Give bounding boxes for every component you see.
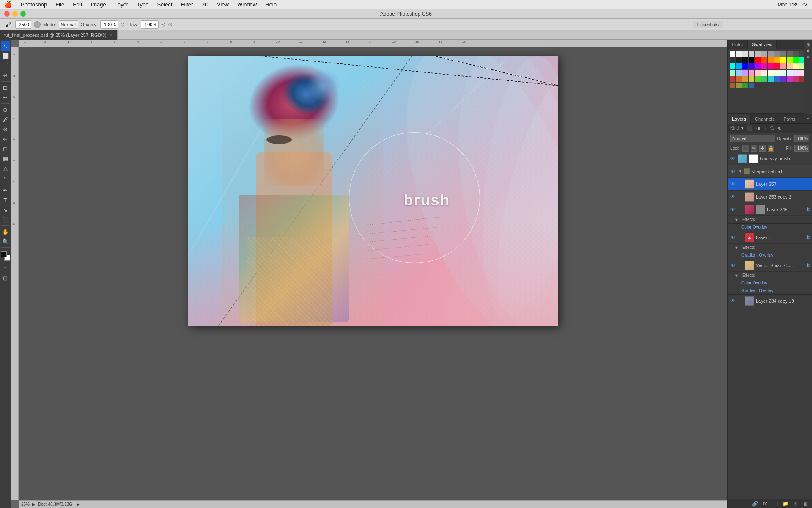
menu-type[interactable]: Type: [132, 1, 153, 8]
tab-close-button[interactable]: ✕: [109, 32, 113, 38]
move-tool[interactable]: ↖: [1, 41, 10, 51]
layer-visibility-toggle-3[interactable]: 👁: [730, 181, 736, 188]
layer-visibility-toggle-7[interactable]: 👁: [730, 262, 736, 269]
eraser-tool[interactable]: ◻: [1, 144, 10, 153]
swatch-item[interactable]: [768, 51, 774, 57]
menu-edit[interactable]: Edit: [69, 1, 86, 8]
swatch-item[interactable]: [787, 70, 793, 76]
flow-pressure-icon[interactable]: ◎: [161, 22, 165, 27]
advance-arrow[interactable]: ▶: [77, 502, 80, 507]
swatch-item[interactable]: [774, 64, 780, 69]
swatch-item[interactable]: [761, 64, 767, 69]
layer-item-257[interactable]: 👁 Layer 257: [728, 178, 812, 190]
layer-item-smart-obj[interactable]: 👁 Vector Smart Ob... fx: [728, 259, 812, 272]
dodge-tool[interactable]: ○: [1, 173, 10, 182]
foreground-color-swatch[interactable]: [1, 251, 7, 257]
right-icon-4[interactable]: T: [807, 61, 809, 66]
layer-group-button[interactable]: 📁: [782, 500, 789, 508]
swatch-item[interactable]: [730, 57, 735, 63]
tab-color[interactable]: Color: [728, 40, 748, 49]
minimize-button[interactable]: [12, 11, 18, 17]
swatch-item[interactable]: [736, 76, 742, 82]
blur-tool[interactable]: △: [1, 163, 10, 173]
layer-item-vector[interactable]: 👁 ▲ Layer ... fx: [728, 231, 812, 244]
document-tab[interactable]: tut_final_process.psd @ 25% (Layer 257, …: [0, 30, 118, 40]
swatch-item[interactable]: [755, 57, 761, 63]
kind-select[interactable]: ▾: [741, 126, 744, 130]
swatch-item[interactable]: [787, 76, 793, 82]
effects-arrow-245[interactable]: ▼: [735, 218, 741, 222]
quick-mask-button[interactable]: ○: [1, 263, 10, 272]
layer-visibility-toggle-2[interactable]: 👁: [730, 168, 736, 175]
swatch-item[interactable]: [730, 70, 735, 76]
swatch-item[interactable]: [749, 83, 754, 88]
layer-link-icon[interactable]: 🔗: [751, 500, 759, 508]
history-brush-tool[interactable]: ↩: [1, 134, 10, 144]
eyedropper-tool[interactable]: ✒: [1, 93, 10, 102]
swatch-item[interactable]: [793, 64, 799, 69]
swatch-item[interactable]: [742, 51, 748, 57]
swatch-item[interactable]: [755, 76, 761, 82]
swatch-item[interactable]: [780, 70, 786, 76]
swatch-item[interactable]: [774, 57, 780, 63]
zoom-icon[interactable]: ▶: [32, 502, 36, 507]
swatch-item[interactable]: [774, 51, 780, 57]
swatch-item[interactable]: [736, 51, 742, 57]
flow-input[interactable]: [141, 20, 159, 29]
lock-position-icon[interactable]: ✚: [759, 145, 766, 152]
menu-view[interactable]: View: [213, 1, 233, 8]
swatch-item[interactable]: [749, 64, 754, 69]
hand-tool[interactable]: ✋: [1, 227, 10, 236]
layer-visibility-toggle-1[interactable]: 👁: [730, 155, 736, 162]
zoom-tool[interactable]: 🔍: [1, 237, 10, 246]
swatch-item[interactable]: [730, 64, 735, 69]
spot-heal-tool[interactable]: ⊕: [1, 105, 10, 114]
lock-paint-icon[interactable]: ✏: [751, 145, 757, 152]
swatch-item[interactable]: [755, 64, 761, 69]
apple-menu[interactable]: 🍎: [0, 1, 16, 8]
opacity-input[interactable]: [100, 20, 118, 29]
swatch-item[interactable]: [730, 83, 735, 88]
swatch-item[interactable]: [780, 57, 786, 63]
lasso-tool[interactable]: ⌒: [1, 61, 10, 70]
swatch-item[interactable]: [730, 51, 735, 57]
swatch-item[interactable]: [736, 57, 742, 63]
menu-help[interactable]: Help: [261, 1, 281, 8]
swatch-item[interactable]: [736, 70, 742, 76]
canvas[interactable]: brush: [188, 56, 558, 326]
marquee-tool[interactable]: ⬜: [1, 51, 10, 61]
text-tool[interactable]: T: [1, 195, 10, 204]
swatch-item[interactable]: [755, 70, 761, 76]
right-icon-2[interactable]: A: [807, 49, 809, 53]
magic-wand-tool[interactable]: ✳: [1, 71, 10, 80]
shape-tool[interactable]: ⬛: [1, 215, 10, 224]
menu-select[interactable]: Select: [153, 1, 176, 8]
crop-tool[interactable]: ⊞: [1, 83, 10, 92]
layer-new-button[interactable]: ⊞: [792, 500, 799, 508]
lock-transparent-icon[interactable]: ⬚: [742, 145, 749, 152]
swatch-item[interactable]: [755, 51, 761, 57]
layer-delete-button[interactable]: 🗑: [802, 500, 809, 508]
menu-image[interactable]: Image: [87, 1, 110, 8]
blend-mode-select[interactable]: Normal: [59, 20, 78, 29]
path-select-tool[interactable]: ↘: [1, 205, 10, 214]
swatch-item[interactable]: [749, 57, 754, 63]
layers-opacity-input[interactable]: [794, 135, 809, 142]
swatch-item[interactable]: [774, 76, 780, 82]
color-swatches-widget[interactable]: [0, 251, 11, 262]
clone-stamp-tool[interactable]: ⊗: [1, 124, 10, 134]
layer-item-245[interactable]: 👁 Layer 245 fx: [728, 203, 812, 216]
swatch-item[interactable]: [793, 70, 799, 76]
right-icon-3[interactable]: ≡: [807, 55, 809, 60]
swatch-item[interactable]: [787, 64, 793, 69]
brush-size-input[interactable]: [15, 20, 31, 29]
menu-3d[interactable]: 3D: [197, 1, 213, 8]
swatch-item[interactable]: [787, 51, 793, 57]
filter-shape-icon[interactable]: ⬠: [769, 125, 775, 131]
swatch-item[interactable]: [742, 57, 748, 63]
swatch-item[interactable]: [736, 64, 742, 69]
tab-paths[interactable]: Paths: [779, 114, 800, 124]
swatch-item[interactable]: [749, 51, 754, 57]
layers-blend-select[interactable]: Normal: [730, 135, 775, 142]
layer-item-253-copy-2[interactable]: 👁 Layer 253 copy 2: [728, 190, 812, 203]
